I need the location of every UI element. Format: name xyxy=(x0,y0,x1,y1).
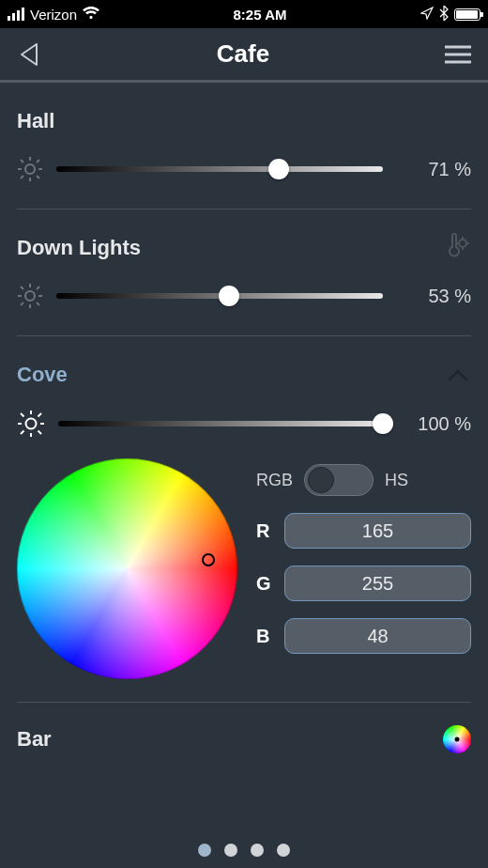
page-dot[interactable] xyxy=(224,844,237,857)
page-indicator[interactable] xyxy=(0,844,488,857)
svg-line-25 xyxy=(21,302,23,305)
svg-point-26 xyxy=(26,419,37,429)
menu-button[interactable] xyxy=(443,43,473,66)
brightness-icon xyxy=(17,283,43,309)
brightness-slider-hall[interactable] xyxy=(56,160,383,178)
zone-title[interactable]: Cove xyxy=(17,363,68,387)
signal-icon xyxy=(8,8,24,21)
mode-label-hs: HS xyxy=(385,471,408,490)
svg-line-32 xyxy=(38,431,42,435)
clock-label: 8:25 AM xyxy=(234,7,287,23)
brightness-slider-down-lights[interactable] xyxy=(56,287,383,305)
b-input[interactable]: 48 xyxy=(284,618,471,654)
brightness-slider-cove[interactable] xyxy=(58,414,383,433)
back-button[interactable] xyxy=(15,40,43,69)
svg-point-3 xyxy=(25,164,35,174)
color-wheel-marker[interactable] xyxy=(202,553,215,566)
page-dot[interactable] xyxy=(251,844,264,857)
svg-line-34 xyxy=(21,431,24,435)
color-wheel[interactable] xyxy=(17,458,237,679)
brightness-value: 71 % xyxy=(396,159,471,180)
zone-bar: Bar xyxy=(17,703,471,757)
svg-line-33 xyxy=(38,413,42,417)
b-label: B xyxy=(256,626,273,647)
r-label: R xyxy=(256,520,273,542)
svg-point-17 xyxy=(25,291,35,301)
zone-cove: Cove 100 % RGB xyxy=(17,336,471,703)
mode-label-rgb: RGB xyxy=(256,471,293,490)
bluetooth-icon xyxy=(439,6,449,23)
battery-full-icon xyxy=(454,8,480,21)
zone-title[interactable]: Hall xyxy=(17,109,54,133)
location-arrow-icon xyxy=(420,7,434,23)
nav-bar: Cafe xyxy=(0,28,488,83)
svg-line-22 xyxy=(21,287,23,289)
page-dot[interactable] xyxy=(277,844,290,857)
brightness-icon xyxy=(17,156,43,182)
svg-line-8 xyxy=(21,160,23,163)
wifi-icon xyxy=(83,7,99,23)
page-title: Cafe xyxy=(217,39,269,69)
brightness-icon xyxy=(17,410,45,438)
chevron-up-icon[interactable] xyxy=(445,362,471,388)
svg-line-9 xyxy=(37,176,39,178)
ios-status-bar: Verizon 8:25 AM xyxy=(0,0,488,28)
brightness-value: 53 % xyxy=(396,286,471,307)
carrier-label: Verizon xyxy=(30,7,77,23)
page-dot[interactable] xyxy=(198,844,211,857)
svg-line-24 xyxy=(37,287,39,289)
svg-line-31 xyxy=(21,413,24,417)
r-input[interactable]: 165 xyxy=(284,513,471,549)
g-input[interactable]: 255 xyxy=(284,566,471,601)
zone-title[interactable]: Bar xyxy=(17,727,52,752)
svg-line-11 xyxy=(21,176,23,178)
zone-hall: Hall 71 % xyxy=(17,83,471,209)
color-temperature-icon[interactable] xyxy=(443,232,471,264)
zone-title[interactable]: Down Lights xyxy=(17,236,141,260)
svg-point-12 xyxy=(459,240,466,247)
svg-line-23 xyxy=(37,302,39,305)
zone-down-lights: Down Lights 53 % xyxy=(17,209,471,336)
brightness-value: 100 % xyxy=(396,413,471,435)
svg-line-10 xyxy=(37,160,39,163)
color-mode-toggle[interactable] xyxy=(304,464,374,496)
color-wheel-icon[interactable] xyxy=(443,725,471,753)
g-label: G xyxy=(256,573,273,595)
